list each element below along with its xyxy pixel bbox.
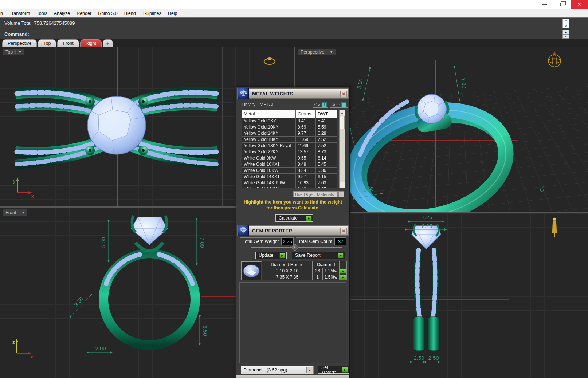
table-row[interactable]: Yellow Gold:9KY8.415.41	[242, 118, 337, 124]
metal-weights-table: Metal Grams DWT Yellow Gold:9KY8.415.41 …	[242, 110, 337, 188]
menu-item-clipped[interactable]: n	[0, 11, 6, 16]
total-gem-weight-label: Total Gem Weight	[240, 237, 281, 245]
chevron-down-icon: ▼	[18, 50, 21, 54]
library-label: Library:	[242, 102, 257, 107]
nav-ring-gizmo	[264, 58, 275, 64]
tab-top[interactable]: Top	[38, 39, 56, 47]
col-grams[interactable]: Grams	[296, 110, 316, 118]
gem-reporter-close-button[interactable]: ✕	[340, 228, 347, 234]
svg-text:3.00: 3.00	[73, 296, 85, 308]
table-row[interactable]: Yellow Gold:18KY Royal11.697.52	[242, 143, 337, 149]
gem-reporter-titlebar[interactable]: GEM REPORTER ✕	[237, 225, 349, 236]
table-row[interactable]: Yellow Gold:14KY9.776.28	[242, 130, 337, 137]
col-dwt[interactable]: DWT	[316, 110, 334, 118]
scrollbar-down-icon[interactable]: ▼	[340, 182, 345, 188]
calculate-button[interactable]: Calculate ▶	[275, 214, 313, 222]
tab-right-active[interactable]: Right	[80, 39, 102, 47]
close-button[interactable]: ✕	[571, 0, 588, 9]
gem-report-empty-area	[239, 282, 346, 363]
svg-text:7.00: 7.00	[199, 237, 205, 248]
menu-item-blend[interactable]: Blend	[121, 11, 139, 16]
menu-item-transform[interactable]: Transform	[6, 11, 34, 16]
scrollbar-thumb[interactable]	[340, 116, 345, 129]
scroll-up-icon[interactable]: ^	[563, 19, 569, 24]
menu-item-analyze[interactable]: Analyze	[51, 11, 73, 16]
svg-text:5.00: 5.00	[100, 237, 106, 248]
table-row[interactable]: Yellow Gold:22KY13.578.73	[242, 149, 337, 155]
user-toggle-indicator[interactable]: I	[341, 102, 346, 107]
menu-item-tsplines[interactable]: T-Splines	[139, 11, 165, 16]
table-row[interactable]: White Gold:14KX19.576.15	[242, 174, 337, 180]
axis-y-label: y	[13, 178, 16, 184]
table-row[interactable]: White Gold:9KW9.556.14	[242, 155, 337, 161]
gem-preview-image	[241, 261, 262, 280]
table-row[interactable]: White Gold:10KW8.345.36	[242, 168, 337, 174]
user-toggle[interactable]: User I	[330, 102, 348, 108]
plugin-panel-column: METAL WEIGHTS ✕ Library: METAL GV I User…	[236, 87, 350, 378]
menu-item-render[interactable]: Render	[73, 11, 95, 16]
panel-footer	[236, 375, 349, 378]
save-report-button[interactable]: Save Report ▶	[292, 252, 345, 259]
svg-text:2.00: 2.00	[95, 345, 106, 351]
scrollbar-up-icon[interactable]: ▲	[340, 110, 345, 115]
metal-weights-close-button[interactable]: ✕	[340, 91, 347, 97]
metal-weights-titlebar[interactable]: METAL WEIGHTS ✕	[237, 88, 349, 99]
library-row: Library: METAL GV I User I	[236, 100, 349, 109]
table-row-partial[interactable]: White Gold:14KW9.406.05	[242, 186, 337, 188]
table-row[interactable]: Yellow Gold:10KY8.695.59	[242, 124, 337, 130]
material-dropdown[interactable]: Diamond (3.52 spg) ▼	[241, 366, 314, 374]
gem-row[interactable]: 7.35 X 7.35 1 1.50tw ▶	[262, 274, 347, 280]
chevron-down-icon: ▼	[330, 50, 333, 54]
gv-toggle-indicator[interactable]: I	[322, 102, 327, 107]
gem-report-table: Diamond Round Diamond 2.10 X 2.10 36 1.2…	[262, 261, 347, 280]
viewport-tab-bar: Perspective Top Front Right +	[0, 39, 588, 47]
use-object-materials-field[interactable]: Use Object Materials	[293, 191, 338, 197]
command-prompt[interactable]: Command:	[4, 31, 29, 37]
table-row[interactable]: White Gold:10KX18.485.45	[242, 161, 337, 168]
add-viewport-tab[interactable]: +	[103, 39, 113, 47]
gv-toggle[interactable]: GV I	[313, 102, 328, 108]
menu-item-help[interactable]: Help	[165, 11, 181, 16]
gem-row-action-button[interactable]: ▶	[340, 268, 346, 274]
menu-item-tools[interactable]: Tools	[33, 11, 50, 16]
collapse-panel-button[interactable]: ▲	[292, 244, 298, 251]
tab-front[interactable]: Front	[57, 39, 79, 47]
command-history-scrollbar[interactable]: ^ v	[562, 19, 569, 28]
use-object-materials-control[interactable]: Use Object Materials ○	[293, 191, 344, 197]
update-button[interactable]: Update ▶	[255, 252, 287, 259]
volume-total-text: Volume Total: 758.726427545089	[4, 20, 75, 26]
play-icon: ▶	[279, 253, 285, 258]
center-stone-perspective	[412, 91, 453, 133]
table-row[interactable]: Yellow Gold:18KY11.697.52	[242, 137, 337, 143]
axis-widget-top: y x	[13, 177, 34, 199]
gem-row[interactable]: 2.10 X 2.10 36 1.25tw ▶	[262, 268, 347, 274]
table-row[interactable]: White Gold:14K PdW10.937.03	[242, 180, 337, 186]
dimensions-front: 5.00 7.00 3.00 2.00 6.50	[71, 220, 208, 353]
gem-icon	[238, 225, 249, 236]
gem-reporter-title: GEM REPORTER	[252, 228, 292, 233]
dropdown-arrow-icon[interactable]: ▼	[306, 367, 313, 373]
axis-widget-front: z x	[12, 339, 33, 359]
gem-row-action-button[interactable]: ▶	[340, 275, 346, 280]
spin-up-icon[interactable]: ▲	[562, 30, 569, 34]
table-header-row: Metal Grams DWT	[242, 110, 337, 118]
minimize-icon	[542, 4, 547, 5]
viewport-label-perspective[interactable]: Perspective ▼	[298, 49, 336, 55]
play-icon: ▶	[342, 367, 348, 373]
svg-text:2.50: 2.50	[428, 355, 439, 361]
spin-down-icon[interactable]: ▼	[562, 34, 569, 39]
command-spinner[interactable]: ▲ ▼	[562, 30, 569, 39]
tab-perspective[interactable]: Perspective	[2, 39, 37, 47]
set-material-button[interactable]: Set Material ▶	[318, 366, 349, 374]
menu-item-rhino50[interactable]: Rhino 5.0	[95, 11, 121, 16]
col-metal[interactable]: Metal	[242, 110, 296, 118]
viewport-label-top[interactable]: Top ▼	[3, 49, 24, 55]
viewport-label-front[interactable]: Front ▼	[3, 209, 27, 216]
command-area: Volume Total: 758.726427545089 Command: …	[0, 17, 588, 39]
metal-table-scrollbar[interactable]: ▲ ▼	[339, 110, 345, 188]
scroll-down-icon[interactable]: v	[563, 24, 569, 28]
use-object-materials-radio-icon[interactable]: ○	[338, 191, 344, 197]
restore-button[interactable]	[554, 0, 571, 9]
gem-shape-header: Diamond Round	[262, 261, 313, 268]
minimize-button[interactable]	[536, 0, 553, 9]
